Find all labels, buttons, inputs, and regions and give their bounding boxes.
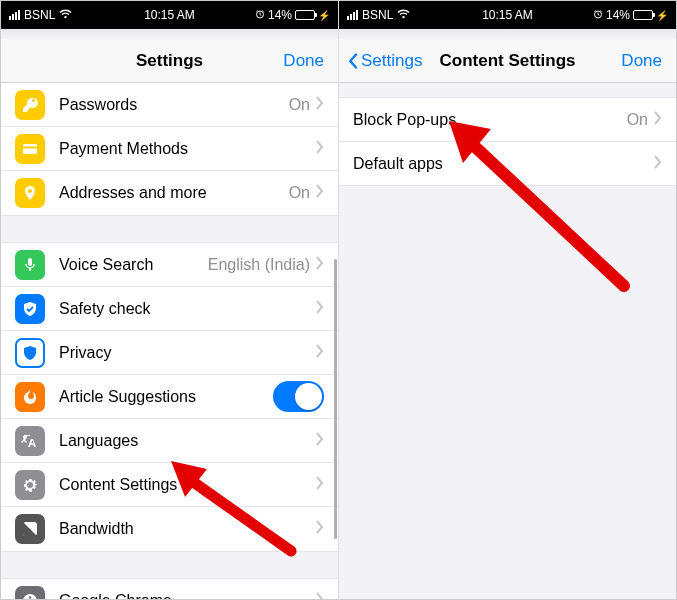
section-separator [1,551,338,579]
wifi-icon [397,9,410,21]
flame-icon [15,382,45,412]
battery-icon [633,10,653,20]
row-label: Safety check [59,300,316,318]
chevron-right-icon [316,140,324,158]
translate-icon [15,426,45,456]
chevron-right-icon [316,476,324,494]
charging-icon: ⚡ [318,10,330,21]
row-privacy[interactable]: Privacy [1,331,338,375]
row-passwords[interactable]: Passwords On [1,83,338,127]
location-icon [15,178,45,208]
row-google-chrome[interactable]: Google Chrome [1,579,338,599]
nav-bar: Settings Content Settings Done [339,39,676,83]
svg-rect-2 [23,146,37,148]
battery-percent: 14% [606,8,630,22]
row-block-popups[interactable]: Block Pop-ups On [339,98,676,142]
row-label: Payment Methods [59,140,316,158]
phone-content-settings: BSNL 10:15 AM 14% ⚡ Settings Content S [338,1,676,599]
row-label: Addresses and more [59,184,289,202]
chevron-right-icon [316,300,324,318]
row-value: On [289,184,310,202]
back-label: Settings [361,51,422,71]
svg-rect-3 [28,258,32,266]
svg-rect-1 [23,144,37,154]
row-label: Default apps [353,155,654,173]
row-bandwidth[interactable]: Bandwidth [1,507,338,551]
row-label: Article Suggestions [59,388,273,406]
gear-icon [15,470,45,500]
row-label: Languages [59,432,316,450]
carrier-label: BSNL [24,8,55,22]
battery-percent: 14% [268,8,292,22]
row-label: Voice Search [59,256,208,274]
wifi-icon [59,9,72,21]
row-safety-check[interactable]: Safety check [1,287,338,331]
chevron-right-icon [316,592,324,599]
carrier-label: BSNL [362,8,393,22]
chevron-right-icon [316,432,324,450]
chevron-right-icon [316,520,324,538]
row-addresses[interactable]: Addresses and more On [1,171,338,215]
chevron-right-icon [654,155,662,173]
row-article-suggestions[interactable]: Article Suggestions [1,375,338,419]
done-button[interactable]: Done [621,51,668,71]
section-separator [1,215,338,243]
chevron-right-icon [316,256,324,274]
status-time: 10:15 AM [454,8,561,22]
chevron-right-icon [316,184,324,202]
alarm-icon [255,8,265,22]
credit-card-icon [15,134,45,164]
phone-settings: BSNL 10:15 AM 14% ⚡ Settings Done [1,1,338,599]
toggle-switch[interactable] [273,381,324,412]
charging-icon: ⚡ [656,10,668,21]
shield-icon [15,338,45,368]
signal-icon [347,10,358,20]
contrast-icon [15,514,45,544]
key-icon [15,90,45,120]
alarm-icon [593,8,603,22]
status-time: 10:15 AM [116,8,223,22]
row-payment[interactable]: Payment Methods [1,127,338,171]
row-label: Passwords [59,96,289,114]
signal-icon [9,10,20,20]
row-label: Block Pop-ups [353,111,627,129]
row-voice-search[interactable]: Voice Search English (India) [1,243,338,287]
chevron-right-icon [654,111,662,129]
scroll-indicator [334,259,337,539]
row-content-settings[interactable]: Content Settings [1,463,338,507]
row-default-apps[interactable]: Default apps [339,142,676,186]
row-label: Bandwidth [59,520,316,538]
back-button[interactable]: Settings [347,51,422,71]
row-label: Privacy [59,344,316,362]
shield-check-icon [15,294,45,324]
status-bar: BSNL 10:15 AM 14% ⚡ [339,1,676,29]
row-label: Google Chrome [59,592,316,599]
row-label: Content Settings [59,476,316,494]
row-value: On [289,96,310,114]
row-value: English (India) [208,256,310,274]
battery-icon [295,10,315,20]
done-button[interactable]: Done [283,51,330,71]
nav-bar: Settings Done [1,39,338,83]
row-value: On [627,111,648,129]
status-bar: BSNL 10:15 AM 14% ⚡ [1,1,338,29]
chevron-right-icon [316,96,324,114]
row-languages[interactable]: Languages [1,419,338,463]
microphone-icon [15,250,45,280]
svg-point-6 [29,596,31,598]
chevron-right-icon [316,344,324,362]
info-icon [15,586,45,599]
